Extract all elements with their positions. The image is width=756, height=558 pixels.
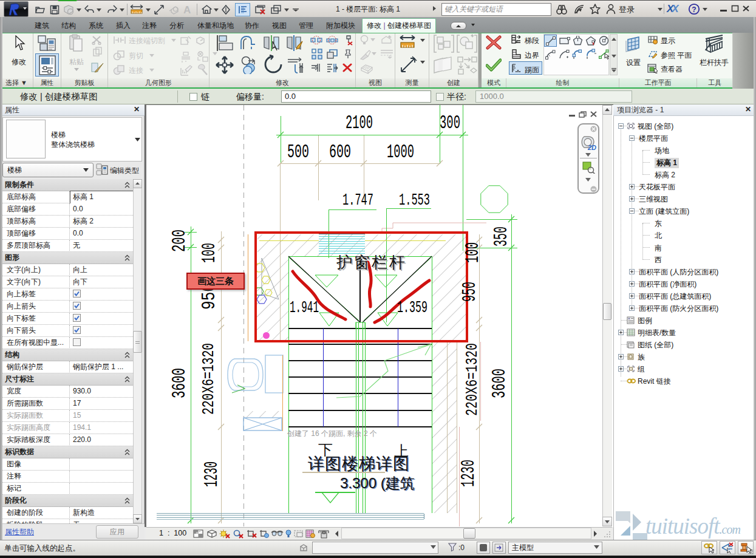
svg-text:3.300 (建筑: 3.300 (建筑 — [340, 475, 415, 491]
svg-text:300: 300 — [440, 112, 460, 134]
svg-text:100: 100 — [199, 243, 220, 263]
svg-text:1.747: 1.747 — [342, 191, 373, 209]
svg-text:220X6=1320: 220X6=1320 — [199, 343, 218, 415]
svg-text:600: 600 — [329, 141, 351, 163]
svg-text:1.553: 1.553 — [399, 191, 430, 209]
svg-text:950: 950 — [459, 282, 480, 302]
svg-text:500: 500 — [287, 141, 309, 163]
svg-text:1.941: 1.941 — [290, 298, 319, 317]
svg-text:3600: 3600 — [489, 369, 510, 398]
svg-text:350: 350 — [491, 226, 512, 247]
svg-text:2100: 2100 — [346, 112, 373, 134]
svg-text:1.359: 1.359 — [397, 298, 427, 317]
svg-text:创建了 16 个踢面, 剩余 2 个: 创建了 16 个踢面, 剩余 2 个 — [287, 429, 377, 438]
svg-text:1230: 1230 — [201, 461, 222, 487]
svg-text:详图楼梯详图: 详图楼梯详图 — [308, 455, 410, 473]
svg-text:护窗栏杆: 护窗栏杆 — [336, 253, 407, 271]
svg-text:1000: 1000 — [387, 141, 414, 163]
svg-text:3600: 3600 — [169, 368, 190, 398]
svg-text:200: 200 — [169, 230, 190, 252]
svg-text:?: ? — [692, 5, 696, 14]
svg-text:100: 100 — [462, 242, 483, 263]
svg-text:1230: 1230 — [458, 460, 479, 487]
svg-text:220X6=1320: 220X6=1320 — [463, 343, 482, 416]
